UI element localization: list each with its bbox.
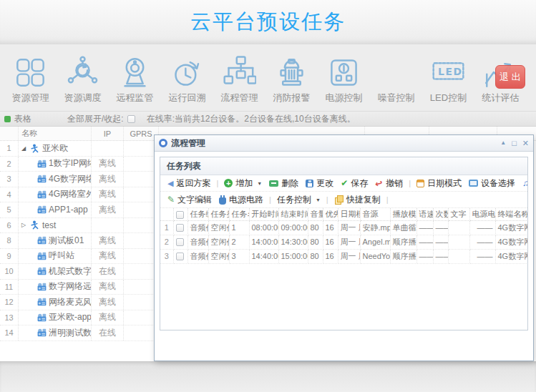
task-cell: 80 bbox=[308, 220, 323, 235]
tree-expanded-icon[interactable]: ◢ bbox=[21, 145, 29, 152]
power-circuit-button[interactable]: 电源电路 bbox=[215, 194, 267, 206]
expand-all-checkbox[interactable] bbox=[127, 115, 135, 123]
device-status: 离线 bbox=[92, 187, 124, 202]
device-row[interactable]: 34G数字网络音柱离线 bbox=[0, 172, 159, 187]
save-button[interactable]: ✔保存 bbox=[337, 177, 371, 190]
chevron-down-icon: ▼ bbox=[257, 181, 262, 186]
task-row[interactable]: 3音频任务空闲任务314:40:0015:00:008016周一 周二NeedY… bbox=[160, 249, 527, 263]
modify-button[interactable]: 更改 bbox=[302, 177, 337, 190]
task-cell: 08:00:00 bbox=[249, 220, 278, 235]
task-cell: —— bbox=[416, 249, 433, 263]
device-name: 亚米欧 bbox=[42, 142, 68, 155]
column-name: 名称 bbox=[19, 127, 92, 140]
nav-item-label: 资源调度 bbox=[64, 92, 102, 104]
task-row[interactable]: 1音频任务空闲任务108:00:0009:00:008016周一 周二安静.mp… bbox=[160, 220, 527, 235]
exit-button[interactable]: 退 出 bbox=[495, 65, 525, 89]
nav-item-resource-management[interactable]: 资源管理 bbox=[4, 44, 57, 111]
dialog-toolbar-row1: ◀返回方案|+增加▼删除更改✔保存↩撤销|日期模式设备选择♫音源选择 bbox=[160, 175, 527, 192]
task-cell: 音频任务 bbox=[187, 249, 208, 263]
device-name: 机架式数字网络 bbox=[49, 265, 92, 278]
maximize-button[interactable]: □ bbox=[512, 139, 517, 147]
device-row[interactable]: 10机架式数字网络在线 bbox=[0, 264, 159, 280]
device-status: 离线 bbox=[92, 202, 124, 217]
task-cell: 单曲循环 bbox=[390, 220, 416, 235]
close-button[interactable]: ✕ bbox=[522, 139, 529, 147]
nav-item-label: 运行回溯 bbox=[169, 92, 206, 104]
task-row[interactable]: 2音频任务空闲任务214:00:0014:30:008016周一 周二Angel… bbox=[160, 235, 527, 249]
nav-item-led-control[interactable]: LEDLED控制 bbox=[422, 44, 474, 111]
task-cell: 80 bbox=[308, 235, 323, 249]
task-cell: Angel.mp3 bbox=[360, 235, 390, 249]
undo-button[interactable]: ↩撤销 bbox=[371, 177, 406, 190]
task-checkbox[interactable] bbox=[176, 224, 184, 232]
device-row[interactable]: 1◢亚米欧 bbox=[0, 141, 159, 157]
task-cell: 4G数字网络 bbox=[495, 235, 527, 249]
task-control-button[interactable]: 任务控制▼ bbox=[273, 194, 324, 206]
tree-collapsed-icon[interactable]: ▷ bbox=[21, 222, 29, 228]
device-row[interactable]: 12网络麦克风离线 bbox=[0, 295, 159, 310]
device-row[interactable]: 11数字网络远程广离线 bbox=[0, 280, 159, 295]
nav-item-label: 远程监管 bbox=[117, 92, 154, 104]
chevron-down-icon: ▼ bbox=[316, 197, 321, 202]
floppy-icon bbox=[306, 180, 313, 187]
task-cell: —— bbox=[416, 235, 433, 249]
device-row[interactable]: 13亚米欧-app离线 bbox=[0, 310, 159, 326]
device-row[interactable]: 5APP1-app离线 bbox=[0, 202, 159, 218]
nav-item-label: 流程管理 bbox=[221, 92, 258, 104]
task-cell: 1 bbox=[229, 220, 249, 235]
nav-item-resource-dispatch[interactable]: 资源调度 bbox=[57, 44, 109, 111]
device-name: 4G网络室外收扩 bbox=[49, 188, 92, 200]
task-checkbox[interactable] bbox=[176, 253, 184, 260]
device-row[interactable]: 14洲明测试数字网在线 bbox=[0, 325, 159, 341]
date-mode-button[interactable]: 日期模式 bbox=[413, 177, 465, 190]
column-ip: IP bbox=[92, 127, 124, 140]
nav-item-noise-control[interactable]: 噪音控制 bbox=[370, 44, 422, 111]
nav-item-remote-monitor[interactable]: 远程监管 bbox=[109, 44, 161, 111]
device-select-button[interactable]: 设备选择 bbox=[465, 177, 519, 190]
task-cell: 安静.mp3 bbox=[360, 220, 390, 235]
nav-item-power-control[interactable]: 电源控制 bbox=[318, 44, 370, 111]
audio-source-select-button[interactable]: ♫音源选择 bbox=[519, 177, 528, 190]
device-row[interactable]: 8测试板01离线 bbox=[0, 233, 159, 249]
button-label: 撤销 bbox=[386, 177, 403, 190]
collapse-button[interactable]: ▲ bbox=[500, 140, 506, 146]
dialog-titlebar[interactable]: 流程管理 ▲ □ ✕ bbox=[155, 135, 533, 152]
device-row[interactable]: 9呼叫站离线 bbox=[0, 249, 159, 265]
task-cell bbox=[448, 220, 469, 235]
toolbar-separator: | bbox=[216, 179, 218, 187]
task-checkbox[interactable] bbox=[176, 238, 184, 246]
remote-monitor-icon bbox=[118, 54, 152, 90]
row-number: 1 bbox=[0, 141, 19, 156]
select-all-checkbox[interactable] bbox=[176, 211, 184, 219]
grid-column-header: 开始时间 bbox=[249, 208, 278, 220]
device-row[interactable]: 6▷test bbox=[0, 218, 159, 234]
nav-toolbar: 资源管理资源调度远程监管运行回溯流程管理消防报警电源控制噪音控制LEDLED控制… bbox=[0, 44, 536, 111]
device-status: 离线 bbox=[92, 233, 124, 248]
text-edit-button[interactable]: ✎文字编辑 bbox=[164, 194, 215, 206]
nav-item-fire-alarm[interactable]: 消防报警 bbox=[265, 44, 318, 111]
task-cell: —— bbox=[469, 249, 495, 263]
nav-item-label: 电源控制 bbox=[326, 92, 363, 104]
page-title: 云平台预设任务 bbox=[190, 8, 346, 36]
add-button[interactable]: +增加▼ bbox=[220, 177, 265, 190]
delete-button[interactable]: 删除 bbox=[265, 177, 302, 190]
return-plan-button[interactable]: ◀返回方案 bbox=[164, 177, 214, 190]
device-row[interactable]: 44G网络室外收扩离线 bbox=[0, 187, 159, 203]
nav-item-run-history[interactable]: 运行回溯 bbox=[161, 44, 213, 111]
nav-item-flow-management[interactable]: 流程管理 bbox=[213, 44, 265, 111]
toolbar-separator: | bbox=[326, 195, 328, 204]
pencil-icon: ✎ bbox=[167, 195, 175, 204]
power-control-icon bbox=[327, 54, 361, 90]
device-icon bbox=[37, 252, 47, 260]
button-label: 文字编辑 bbox=[177, 194, 212, 206]
device-icon bbox=[37, 298, 47, 306]
minus-icon bbox=[269, 180, 278, 187]
copy-icon bbox=[337, 195, 343, 202]
plus-icon: + bbox=[224, 179, 233, 187]
task-cell: 周一 周二 bbox=[338, 249, 360, 263]
device-row[interactable]: 21数字IP网络广播离线 bbox=[0, 157, 159, 172]
device-name: 洲明测试数字网 bbox=[49, 327, 92, 339]
grid-column-header: 音源 bbox=[360, 208, 390, 220]
quick-copy-button[interactable]: 快捷复制 bbox=[331, 194, 384, 206]
button-label: 任务控制 bbox=[277, 194, 311, 206]
